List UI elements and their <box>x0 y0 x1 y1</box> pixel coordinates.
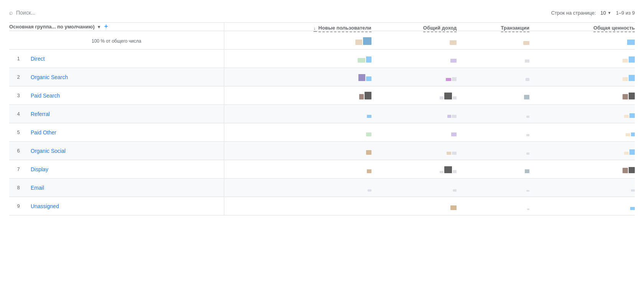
row-number: 1 <box>9 56 28 61</box>
rows-dropdown-arrow: ▼ <box>608 11 611 15</box>
main-container: ⌕ Поиск... Строк на странице: 10 ▼ 1–9 и… <box>0 0 644 222</box>
metric-new-users <box>224 50 371 68</box>
toolbar: ⌕ Поиск... Строк на странице: 10 ▼ 1–9 и… <box>9 6 635 23</box>
row-number: 4 <box>9 111 28 117</box>
rows-per-page-value: 10 <box>600 10 606 16</box>
pagination-range: 1–9 из 9 <box>616 10 635 16</box>
row-channel-name[interactable]: Organic Search <box>28 74 68 80</box>
chart-label: 100 % от общего числа <box>9 37 224 45</box>
pagination-area: Строк на странице: 10 ▼ 1–9 из 9 <box>551 10 635 16</box>
group-column-header: Основная группа... по умолчанию) ▼ + <box>9 23 224 31</box>
rows-per-page-label: Строк на странице: <box>551 10 596 16</box>
table-row: 4 Referral <box>9 105 635 123</box>
table-row: 3 Paid Search <box>9 86 635 105</box>
metric-new-users <box>224 105 371 123</box>
metric-new-users <box>224 68 371 86</box>
metric-new-users <box>224 197 371 215</box>
add-dimension-button[interactable]: + <box>104 23 108 31</box>
table-row: 7 Display <box>9 160 635 179</box>
metric-total-value <box>529 105 635 123</box>
table-row: 6 Organic Social <box>9 142 635 160</box>
metric-transactions <box>457 123 529 142</box>
row-number: 8 <box>9 185 28 190</box>
metric-revenue <box>371 142 457 160</box>
metric-revenue <box>371 50 457 68</box>
chart-cell-total-value <box>529 31 635 50</box>
sort-arrow: ↓ <box>314 26 317 32</box>
metric-new-users <box>224 179 371 197</box>
metric-transactions <box>457 68 529 86</box>
search-box[interactable]: ⌕ Поиск... <box>9 9 35 16</box>
metric-new-users <box>224 160 371 179</box>
row-channel-name[interactable]: Paid Other <box>28 129 56 136</box>
row-number: 7 <box>9 166 28 172</box>
metric-total-value <box>529 197 635 215</box>
metric-transactions <box>457 105 529 123</box>
group-selector[interactable]: Основная группа... по умолчанию) ▼ <box>9 24 101 30</box>
row-channel-name[interactable]: Organic Social <box>28 148 66 154</box>
metric-revenue <box>371 68 457 86</box>
metric-revenue <box>371 123 457 142</box>
row-channel-name[interactable]: Unassigned <box>28 203 59 209</box>
table-row: 1 Direct <box>9 50 635 68</box>
rows-per-page-select[interactable]: 10 ▼ <box>600 10 611 16</box>
row-number: 5 <box>9 129 28 135</box>
table-row: 9 Unassigned <box>9 197 635 215</box>
group-dropdown-arrow: ▼ <box>97 25 101 29</box>
chart-cell-transactions <box>457 31 529 50</box>
col-header-transactions[interactable]: Транзакции <box>457 23 529 31</box>
metric-revenue <box>371 105 457 123</box>
chart-cell-revenue <box>371 31 457 50</box>
row-channel-name[interactable]: Referral <box>28 111 50 117</box>
row-channel-name[interactable]: Direct <box>28 56 45 62</box>
metric-new-users <box>224 86 371 105</box>
col-header-total-value[interactable]: Общая ценность <box>529 23 635 31</box>
metric-total-value <box>529 179 635 197</box>
metric-revenue <box>371 160 457 179</box>
table-row: 2 Organic Search <box>9 68 635 86</box>
group-selector-label: Основная группа... по умолчанию) <box>9 24 95 30</box>
metric-total-value <box>529 50 635 68</box>
metric-new-users <box>224 142 371 160</box>
metric-total-value <box>529 68 635 86</box>
row-number: 2 <box>9 74 28 80</box>
col-header-new-users[interactable]: ↓ Новые пользователи <box>224 23 371 31</box>
row-channel-name[interactable]: Display <box>28 166 48 172</box>
metric-transactions <box>457 142 529 160</box>
chart-cell-new-users <box>224 31 371 50</box>
metric-revenue <box>371 197 457 215</box>
col-header-revenue[interactable]: Общий доход <box>371 23 457 31</box>
table-row: 8 Email <box>9 179 635 197</box>
metric-total-value <box>529 142 635 160</box>
metric-transactions <box>457 160 529 179</box>
table-header-row: Основная группа... по умолчанию) ▼ + ↓ Н… <box>9 23 635 31</box>
metric-transactions <box>457 50 529 68</box>
metric-transactions <box>457 197 529 215</box>
metric-revenue <box>371 86 457 105</box>
row-number: 9 <box>9 203 28 209</box>
metric-total-value <box>529 160 635 179</box>
metric-revenue <box>371 179 457 197</box>
data-table: Основная группа... по умолчанию) ▼ + ↓ Н… <box>9 23 635 215</box>
row-number: 3 <box>9 93 28 98</box>
metric-total-value <box>529 123 635 142</box>
metric-transactions <box>457 179 529 197</box>
metric-transactions <box>457 86 529 105</box>
search-icon: ⌕ <box>9 9 13 16</box>
row-channel-name[interactable]: Email <box>28 185 44 191</box>
table-row: 5 Paid Other <box>9 123 635 142</box>
metric-total-value <box>529 86 635 105</box>
search-placeholder[interactable]: Поиск... <box>16 10 35 16</box>
chart-summary-row: 100 % от общего числа <box>9 31 635 50</box>
row-number: 6 <box>9 148 28 154</box>
row-channel-name[interactable]: Paid Search <box>28 93 60 99</box>
metric-new-users <box>224 123 371 142</box>
